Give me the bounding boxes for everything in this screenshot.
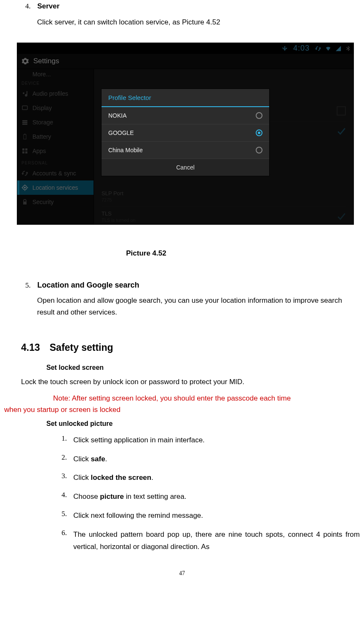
dialog-title: Profile Selector <box>102 89 269 107</box>
step-text: Click next following the remind message. <box>73 510 360 522</box>
cancel-button[interactable]: Cancel <box>102 159 269 176</box>
step-text: Click locked the screen. <box>73 472 360 484</box>
step: 5. Click next following the remind messa… <box>62 510 360 522</box>
list-item-server: 4. Server <box>25 2 360 11</box>
option-label: NOKIA <box>108 112 127 119</box>
steps-list: 1. Click setting application in main int… <box>62 434 360 553</box>
marker: 5. <box>25 281 35 290</box>
marker: 4. <box>25 2 35 11</box>
screenshot-figure: 4:03 Settings More... DEVICE <box>17 43 347 225</box>
dialog-scrim: Profile Selector NOKIA GOOGLE China Mobi… <box>17 43 353 224</box>
android-settings-screenshot: 4:03 Settings More... DEVICE <box>17 43 354 225</box>
step-number: 5. <box>62 510 73 522</box>
step: 1. Click setting application in main int… <box>62 434 360 447</box>
radio-icon[interactable] <box>256 112 262 119</box>
option-google[interactable]: GOOGLE <box>102 124 269 142</box>
subheading: Set locked screen <box>46 364 360 371</box>
step-number: 2. <box>62 453 73 466</box>
option-china-mobile[interactable]: China Mobile <box>102 142 269 159</box>
step-number: 4. <box>62 491 73 503</box>
figure-caption: Picture 4.52 <box>4 249 288 258</box>
option-label: GOOGLE <box>108 129 134 136</box>
section-heading: 4.13 Safety setting <box>21 342 360 353</box>
step-number: 6. <box>62 529 73 553</box>
step-text: Click setting application in main interf… <box>73 434 360 447</box>
step-text: The unlocked pattern board pop up, there… <box>73 529 360 553</box>
step-number: 3. <box>62 472 73 484</box>
page-number: 47 <box>4 570 360 577</box>
note-text: Note: After setting screen locked, you s… <box>4 393 360 415</box>
profile-selector-dialog: Profile Selector NOKIA GOOGLE China Mobi… <box>101 89 270 176</box>
item-title: Server <box>37 2 59 10</box>
step-text: Click safe. <box>73 453 360 466</box>
note-line2: when you startup or screen is locked <box>4 406 120 414</box>
list-item-location-google: 5. Location and Google search <box>25 281 360 290</box>
option-nokia[interactable]: NOKIA <box>102 107 269 124</box>
note-line1: Note: After setting screen locked, you s… <box>53 394 291 402</box>
paragraph: Lock the touch screen by unlock icon or … <box>21 378 360 386</box>
step-text: Choose picture in text setting area. <box>73 491 360 503</box>
option-label: China Mobile <box>108 147 143 153</box>
radio-icon[interactable] <box>256 129 262 136</box>
radio-icon[interactable] <box>256 147 262 153</box>
subheading: Set unlocked picture <box>46 420 360 428</box>
step-number: 1. <box>62 434 73 447</box>
step: 2. Click safe. <box>62 453 360 466</box>
step: 3. Click locked the screen. <box>62 472 360 484</box>
item-desc: Click server, it can switch location ser… <box>37 17 360 28</box>
step: 6. The unlocked pattern board pop up, th… <box>62 529 360 553</box>
step: 4. Choose picture in text setting area. <box>62 491 360 503</box>
item-desc: Open location and allow google search, y… <box>37 295 360 319</box>
item-title: Location and Google search <box>37 281 139 289</box>
